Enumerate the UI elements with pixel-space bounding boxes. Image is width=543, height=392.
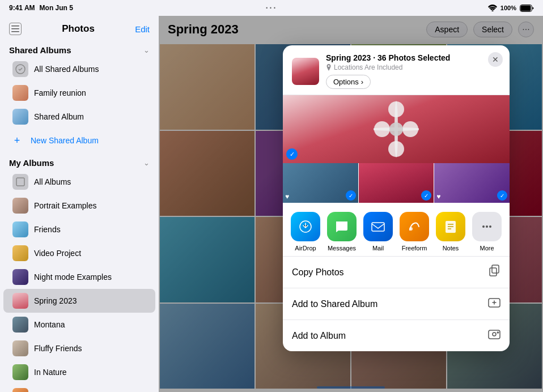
share-options-button[interactable]: Options › <box>326 75 371 89</box>
fluffy-friends-thumb <box>12 340 28 356</box>
featured-photo[interactable]: ✓ <box>283 95 510 163</box>
all-albums-thumb <box>12 174 28 190</box>
main-container: Photos Edit Shared Albums ⌄ All Shared A… <box>0 16 543 392</box>
options-label: Options <box>333 78 359 86</box>
sidebar-item-all-albums[interactable]: All Albums <box>3 170 155 194</box>
share-header: Spring 2023 · 36 Photos Selected Locatio… <box>283 45 510 95</box>
sidebar-item-shared-album[interactable]: Shared Album <box>3 105 155 129</box>
family-reunion-label: Family reunion <box>34 88 146 97</box>
all-shared-albums-label: All Shared Albums <box>34 65 146 74</box>
svg-point-17 <box>409 227 413 231</box>
portrait-examples-label: Portrait Examples <box>34 201 146 210</box>
sidebar-item-video-project[interactable]: Video Project <box>3 241 155 265</box>
portrait-examples-thumb <box>12 198 28 214</box>
svg-point-0 <box>491 10 493 11</box>
sidebar-item-montana[interactable]: Montana <box>3 313 155 336</box>
svg-point-24 <box>489 225 491 228</box>
shared-albums-title: Shared Albums <box>9 45 71 55</box>
battery-icon <box>520 5 534 12</box>
shared-albums-chevron-icon: ⌄ <box>143 46 150 54</box>
share-photo-preview: ✓ ♥ ✓ ✓ ♥ ✓ <box>283 95 510 203</box>
sidebar-item-delicious-bites[interactable]: Delicious Bites <box>3 384 155 392</box>
share-app-notes[interactable]: Notes <box>436 212 465 252</box>
night-mode-thumb <box>12 269 28 285</box>
sidebar-item-night-mode-examples[interactable]: Night mode Examples <box>3 265 155 289</box>
share-app-freeform[interactable]: Freeform <box>400 212 429 252</box>
night-mode-label: Night mode Examples <box>34 272 146 282</box>
strip-heart-2-icon: ♥ <box>436 193 440 201</box>
sidebar-toggle-button[interactable] <box>9 23 22 35</box>
svg-point-29 <box>493 333 496 336</box>
photo-check-left: ✓ <box>286 148 298 160</box>
my-albums-chevron-icon: ⌄ <box>143 159 150 167</box>
strip-photo-2[interactable]: ✓ <box>358 163 434 203</box>
mail-icon <box>363 212 393 241</box>
share-info: Spring 2023 · 36 Photos Selected Locatio… <box>326 53 500 89</box>
sidebar-header: Photos Edit <box>0 16 159 40</box>
share-app-more[interactable]: More <box>472 212 502 252</box>
strip-check-1: ✓ <box>346 190 356 201</box>
sidebar-item-fluffy-friends[interactable]: Fluffy Friends <box>3 336 155 360</box>
strip-check-2: ✓ <box>421 190 431 201</box>
status-right: 100% <box>488 5 534 12</box>
add-shared-album-icon: + <box>9 133 25 148</box>
all-albums-label: All Albums <box>34 177 146 186</box>
copy-photos-action[interactable]: Copy Photos <box>283 257 510 288</box>
notes-icon <box>436 212 465 241</box>
options-chevron: › <box>361 78 363 86</box>
edit-button[interactable]: Edit <box>135 24 150 34</box>
strip-photo-1[interactable]: ♥ ✓ <box>283 163 358 203</box>
strip-check-3: ✓ <box>497 190 507 201</box>
sidebar-item-friends[interactable]: Friends <box>3 218 155 241</box>
share-sheet: Spring 2023 · 36 Photos Selected Locatio… <box>283 45 510 351</box>
svg-rect-16 <box>372 223 384 231</box>
my-albums-section-header[interactable]: My Albums ⌄ <box>0 152 159 170</box>
fluffy-friends-label: Fluffy Friends <box>34 344 146 353</box>
copy-photos-label: Copy Photos <box>292 267 344 278</box>
status-time: 9:41 AM <box>9 4 35 12</box>
sidebar-item-spring-2023[interactable]: Spring 2023 <box>3 289 155 313</box>
airdrop-label: AirDrop <box>295 245 316 252</box>
mail-label: Mail <box>372 245 384 252</box>
montana-label: Montana <box>34 320 146 329</box>
more-icon <box>472 212 502 241</box>
add-to-album-icon <box>488 328 500 343</box>
top-dots-center: ··· <box>266 3 278 12</box>
share-thumb <box>292 58 319 85</box>
video-project-thumb <box>12 245 28 261</box>
svg-rect-7 <box>16 178 24 186</box>
photo-strip: ♥ ✓ ✓ ♥ ✓ <box>283 163 510 203</box>
close-share-sheet-button[interactable]: ✕ <box>488 52 503 67</box>
sidebar-title: Photos <box>62 23 95 35</box>
strip-photo-3[interactable]: ♥ ✓ <box>434 163 510 203</box>
add-to-shared-album-action[interactable]: Add to Shared Album <box>283 288 510 320</box>
svg-point-12 <box>374 121 390 137</box>
battery-text: 100% <box>500 5 516 11</box>
montana-thumb <box>12 317 28 333</box>
video-project-label: Video Project <box>34 249 146 258</box>
sidebar-item-family-reunion[interactable]: Family reunion <box>3 81 155 105</box>
status-date: Mon Jun 5 <box>40 4 73 12</box>
shared-albums-section-header[interactable]: Shared Albums ⌄ <box>0 40 159 57</box>
svg-point-14 <box>389 122 403 136</box>
svg-rect-2 <box>521 5 531 11</box>
share-app-mail[interactable]: Mail <box>363 212 393 252</box>
new-shared-album-label: New Shared Album <box>31 136 99 145</box>
family-reunion-thumb <box>12 85 28 101</box>
svg-rect-3 <box>11 25 19 27</box>
friends-thumb <box>12 221 28 237</box>
close-icon: ✕ <box>492 55 499 64</box>
svg-point-23 <box>486 225 488 228</box>
add-to-album-action[interactable]: Add to Album <box>283 320 510 351</box>
in-nature-label: In Nature <box>34 368 146 377</box>
status-left: 9:41 AM Mon Jun 5 <box>9 4 73 12</box>
sidebar-item-in-nature[interactable]: In Nature <box>3 360 155 384</box>
share-app-messages[interactable]: Messages <box>327 212 357 252</box>
sidebar-item-portrait-examples[interactable]: Portrait Examples <box>3 194 155 218</box>
all-shared-albums-thumb <box>12 61 28 77</box>
content-area: Spring 2023 Aspect Select ··· <box>159 16 543 392</box>
share-app-airdrop[interactable]: AirDrop <box>291 212 320 252</box>
shared-album-thumb <box>12 109 28 125</box>
sidebar-item-all-shared-albums[interactable]: All Shared Albums <box>3 57 155 81</box>
new-shared-album-button[interactable]: + New Shared Album <box>0 129 159 152</box>
